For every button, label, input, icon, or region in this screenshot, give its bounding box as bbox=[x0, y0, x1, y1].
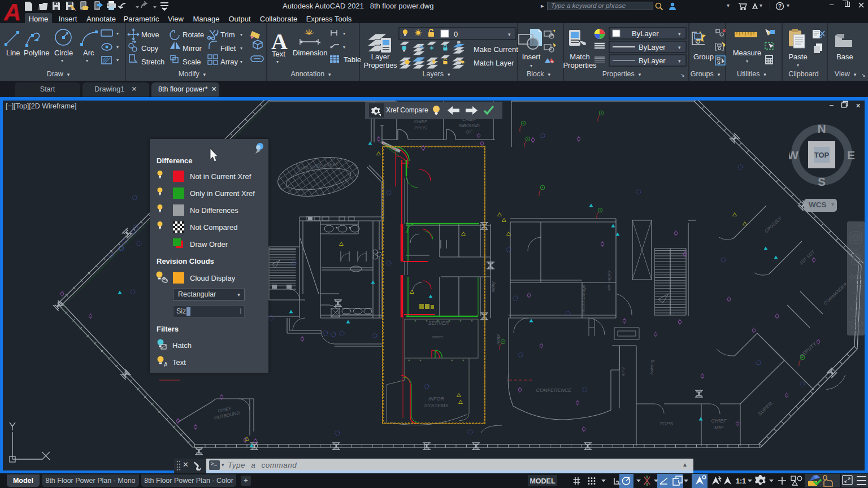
svg-text:COMMANDER: COMMANDER bbox=[823, 282, 848, 306]
svg-text:Properties: Properties bbox=[363, 61, 397, 69]
svg-text:0: 0 bbox=[454, 30, 458, 38]
svg-text:Dimension: Dimension bbox=[293, 49, 327, 57]
svg-text:Clipboard: Clipboard bbox=[788, 70, 819, 78]
svg-text:▾: ▾ bbox=[116, 45, 119, 50]
svg-text:▾: ▾ bbox=[116, 31, 119, 36]
svg-text:▾: ▾ bbox=[797, 63, 799, 68]
svg-text:CROSSLY: CROSSLY bbox=[764, 216, 783, 234]
svg-text:SYSTEMS: SYSTEMS bbox=[424, 403, 448, 408]
svg-text:▾: ▾ bbox=[86, 58, 88, 63]
svg-text:↘: ↘ bbox=[861, 72, 866, 78]
svg-text:Layer: Layer bbox=[371, 53, 390, 61]
svg-text:Modify ▾: Modify ▾ bbox=[179, 70, 206, 78]
svg-text:E: E bbox=[847, 149, 855, 162]
svg-text:▾: ▾ bbox=[508, 32, 511, 37]
svg-text:Groups ▾: Groups ▾ bbox=[691, 70, 721, 78]
svg-text:Annotation ▾: Annotation ▾ bbox=[290, 70, 331, 78]
svg-text:S: S bbox=[818, 175, 826, 188]
svg-text:DEPUTY: DEPUTY bbox=[798, 341, 818, 359]
svg-text:ByLayer: ByLayer bbox=[639, 56, 666, 65]
svg-text:▾: ▾ bbox=[551, 59, 553, 64]
svg-text:Measure: Measure bbox=[733, 49, 762, 57]
svg-text:W: W bbox=[789, 149, 798, 162]
svg-text:Stretch: Stretch bbox=[141, 58, 164, 66]
svg-text:Group: Group bbox=[693, 53, 714, 61]
svg-text:Mirror: Mirror bbox=[183, 44, 202, 53]
svg-text:Layers ▾: Layers ▾ bbox=[423, 70, 450, 78]
svg-text:Move: Move bbox=[141, 30, 159, 39]
svg-text:INFOR: INFOR bbox=[428, 396, 444, 402]
svg-text:INBOUND: INBOUND bbox=[459, 123, 480, 128]
svg-text:Insert: Insert bbox=[522, 53, 541, 61]
svg-text:Make Current: Make Current bbox=[474, 45, 518, 54]
svg-text:Scale: Scale bbox=[183, 58, 201, 66]
svg-text:Text: Text bbox=[272, 50, 285, 58]
svg-text:SUPER.: SUPER. bbox=[757, 400, 774, 417]
svg-text:Circle: Circle bbox=[54, 49, 73, 57]
svg-text:▾: ▾ bbox=[276, 59, 279, 64]
svg-text:▾: ▾ bbox=[343, 31, 345, 36]
svg-text:TOP: TOP bbox=[814, 151, 830, 159]
svg-text:▾: ▾ bbox=[530, 63, 532, 68]
svg-text:Rotate: Rotate bbox=[183, 30, 204, 39]
svg-text:▾: ▾ bbox=[240, 32, 242, 37]
svg-text:training: training bbox=[649, 359, 654, 374]
svg-text:▾: ▾ bbox=[240, 59, 242, 64]
svg-text:▾: ▾ bbox=[746, 59, 748, 64]
svg-text:server: server bbox=[432, 335, 443, 339]
svg-text:a / v: a / v bbox=[620, 367, 626, 376]
svg-text:▾: ▾ bbox=[240, 46, 242, 51]
svg-text:▾: ▾ bbox=[551, 32, 553, 37]
svg-text:Match Layer: Match Layer bbox=[474, 59, 514, 67]
svg-text:PPOS: PPOS bbox=[414, 125, 427, 130]
svg-text:QC: QC bbox=[466, 129, 472, 134]
svg-text:Copy: Copy bbox=[141, 44, 159, 53]
svg-text:Trim: Trim bbox=[220, 30, 235, 39]
svg-text:lobby: lobby bbox=[491, 281, 496, 292]
svg-text:1:1: 1:1 bbox=[736, 477, 746, 485]
svg-text:MODEL: MODEL bbox=[530, 477, 555, 485]
svg-text:CHIEF: CHIEF bbox=[711, 418, 727, 424]
svg-text:record storage: record storage bbox=[581, 285, 586, 314]
svg-text:TOPS: TOPS bbox=[659, 421, 673, 426]
svg-text:Table: Table bbox=[344, 55, 361, 64]
svg-text:reopl.: reopl. bbox=[496, 333, 501, 345]
svg-text:▾: ▾ bbox=[678, 58, 681, 64]
svg-text:View ▾: View ▾ bbox=[835, 70, 857, 78]
svg-text:N: N bbox=[817, 122, 826, 135]
svg-text:Paste: Paste bbox=[788, 53, 807, 61]
svg-text:Block ▾: Block ▾ bbox=[527, 70, 551, 78]
svg-text:sto supply: sto supply bbox=[606, 270, 611, 291]
svg-text:A: A bbox=[164, 361, 167, 367]
svg-text:Array: Array bbox=[220, 58, 238, 66]
svg-text:▾: ▾ bbox=[678, 45, 681, 50]
svg-text:Draw ▾: Draw ▾ bbox=[47, 70, 70, 78]
svg-text:CHIEF: CHIEF bbox=[414, 119, 428, 124]
svg-text:CONFERENCE: CONFERENCE bbox=[536, 387, 572, 393]
svg-text:Base: Base bbox=[836, 53, 853, 61]
svg-text:▾: ▾ bbox=[678, 31, 681, 37]
svg-text:▾: ▾ bbox=[343, 45, 345, 50]
svg-text:ByLayer: ByLayer bbox=[632, 29, 659, 38]
svg-text:ByLayer: ByLayer bbox=[639, 43, 666, 51]
svg-text:Fillet: Fillet bbox=[220, 44, 236, 53]
svg-text:Utilities ▾: Utilities ▾ bbox=[737, 70, 766, 78]
svg-text:↘: ↘ bbox=[680, 72, 685, 78]
svg-text:▾: ▾ bbox=[116, 58, 119, 63]
svg-text:Properties: Properties bbox=[563, 61, 597, 69]
svg-text:MIP: MIP bbox=[714, 425, 723, 430]
svg-text:Polyline: Polyline bbox=[24, 49, 50, 57]
svg-text:Match: Match bbox=[570, 53, 589, 61]
svg-text:Line: Line bbox=[6, 49, 20, 57]
svg-text:Properties ▾: Properties ▾ bbox=[602, 70, 641, 78]
svg-text:▾: ▾ bbox=[61, 58, 63, 63]
svg-text:Arc: Arc bbox=[83, 49, 94, 57]
svg-text:?: ? bbox=[778, 3, 782, 10]
